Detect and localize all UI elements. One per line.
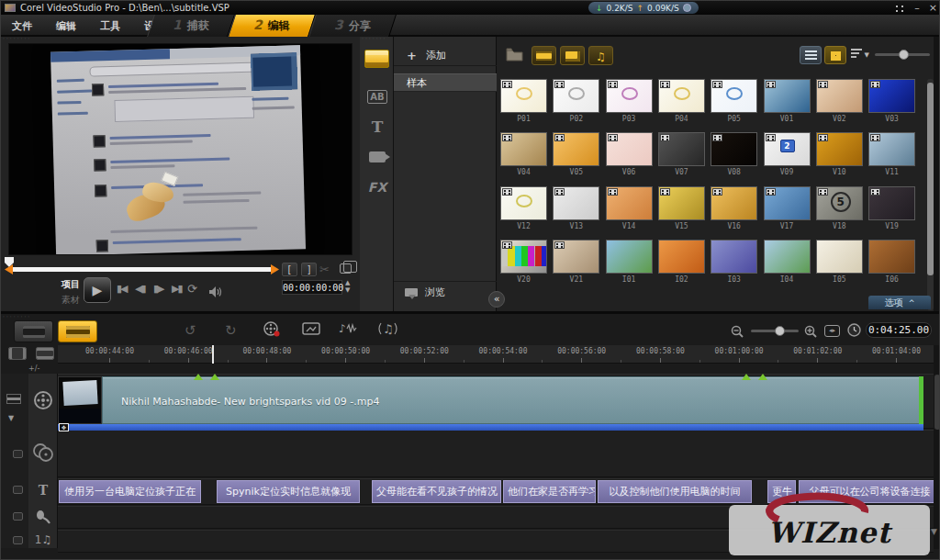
thumbnail[interactable]: 5 xyxy=(816,186,863,220)
thumbnail[interactable]: 2 xyxy=(764,132,811,166)
storyboard-view-button[interactable] xyxy=(14,320,53,342)
gallery-item-V10[interactable]: V10 xyxy=(816,132,864,176)
timeline-vscrollbar[interactable] xyxy=(934,375,940,430)
close-button[interactable]: × xyxy=(929,3,937,13)
options-button[interactable]: 选项^ xyxy=(868,296,931,309)
thumbnail[interactable] xyxy=(553,132,599,166)
menu-item-0[interactable]: 文件 xyxy=(8,17,36,35)
mark-in-button[interactable]: [ xyxy=(282,263,297,276)
network-speed-widget[interactable]: ↓ 0.2K/S ↑ 0.09K/S xyxy=(588,2,699,14)
transition-library-icon[interactable]: AB xyxy=(365,86,389,108)
play-button[interactable]: ▶ xyxy=(84,277,111,303)
gallery-item-P03[interactable]: P03 xyxy=(606,79,654,123)
video-clip-thumbnail[interactable] xyxy=(58,376,102,424)
gallery-item-V19[interactable]: V19 xyxy=(868,186,916,230)
mode-project-label[interactable]: 项目 xyxy=(49,278,80,291)
grid-view-button[interactable] xyxy=(824,46,846,64)
thumbnail[interactable] xyxy=(868,186,915,220)
clock-icon[interactable] xyxy=(847,323,861,341)
subtitle-clip-1[interactable]: 使用另一台电脑定位孩子正在 xyxy=(59,480,201,503)
gallery-item-V08[interactable]: V08 xyxy=(711,132,758,176)
sound-mixer-icon[interactable]: ♪ xyxy=(339,321,359,336)
thumbnail[interactable] xyxy=(868,79,915,113)
gallery-item-V03[interactable]: V03 xyxy=(868,79,916,123)
thumbnail[interactable] xyxy=(658,186,705,220)
thumbnail[interactable] xyxy=(500,186,547,220)
chapter-marker[interactable] xyxy=(210,374,219,380)
gallery-scrollbar-thumb[interactable] xyxy=(927,83,934,275)
thumbnail-size-slider[interactable] xyxy=(875,53,930,56)
redo-icon[interactable]: ↻ xyxy=(225,322,237,339)
gallery-item-I01[interactable]: I01 xyxy=(606,240,654,284)
record-capture-icon[interactable] xyxy=(263,321,280,337)
thumbnail[interactable] xyxy=(711,186,757,220)
thumbnail[interactable] xyxy=(764,79,811,113)
menu-item-1[interactable]: 编辑 xyxy=(52,17,80,35)
voice-track-toggle[interactable] xyxy=(13,512,23,521)
video-clip[interactable]: Nikhil Mahashabde- New brightsparks vid … xyxy=(102,376,923,424)
track-add-remove[interactable]: +/- xyxy=(28,364,39,373)
clip-end-handle[interactable] xyxy=(919,376,923,424)
music-track-toggle[interactable] xyxy=(13,536,23,544)
preview-video-screen[interactable] xyxy=(8,43,352,255)
list-view-button[interactable] xyxy=(800,46,822,64)
gallery-item-V07[interactable]: V07 xyxy=(658,132,706,176)
gallery-item-V02[interactable]: V02 xyxy=(816,79,864,123)
gallery-item-V15[interactable]: V15 xyxy=(658,186,706,230)
repeat-button[interactable]: ⟳ xyxy=(187,282,197,296)
minimize-button[interactable]: – xyxy=(914,3,920,13)
overlay-track-toggle[interactable] xyxy=(13,450,23,458)
sort-button[interactable] xyxy=(851,47,869,63)
track-list-icon[interactable] xyxy=(36,347,54,360)
thumbnail[interactable] xyxy=(816,79,863,113)
video-track-icon[interactable] xyxy=(32,390,54,414)
category-item-sample[interactable]: 样本 xyxy=(394,73,497,92)
filter-video-button[interactable] xyxy=(532,46,556,65)
gallery-item-I04[interactable]: I04 xyxy=(764,240,811,284)
home-button[interactable]: ▮◀ xyxy=(117,283,127,295)
gallery-item-I02[interactable]: I02 xyxy=(658,240,706,284)
subtitle-clip-4[interactable]: 他们在家是否再学习 xyxy=(503,480,596,503)
thumbnail[interactable] xyxy=(816,240,863,274)
fit-project-icon[interactable]: ◂▸ xyxy=(824,325,840,337)
timeline-ruler[interactable]: 00:00:44:0000:00:46:0000:00:48:0000:00:5… xyxy=(58,345,934,364)
music-track-icon[interactable]: 1♫ xyxy=(32,533,54,546)
tab-share[interactable]: 3分享 xyxy=(308,15,397,37)
mark-out-button[interactable]: ] xyxy=(301,263,317,276)
gallery-item-P02[interactable]: P02 xyxy=(553,79,600,123)
gallery-item-V17[interactable]: V17 xyxy=(764,186,811,230)
filter-audio-button[interactable]: ♫ xyxy=(588,46,613,65)
gallery-item-V14[interactable]: V14 xyxy=(606,186,654,230)
subtitle-clip-5[interactable]: 以及控制他们使用电脑的时间 xyxy=(598,480,752,503)
subtitle-clip-3[interactable]: 父母能在看不见孩子的情况 xyxy=(372,480,501,503)
trim-end-handle[interactable] xyxy=(271,264,279,274)
timeline-view-button[interactable] xyxy=(58,320,97,342)
end-button[interactable]: ▶▮ xyxy=(172,283,182,295)
thumbnail[interactable] xyxy=(606,240,653,274)
gallery-item-I05[interactable]: I05 xyxy=(816,240,864,284)
graphic-library-icon[interactable] xyxy=(365,149,389,171)
media-library-icon[interactable] xyxy=(364,50,389,68)
thumbnail[interactable] xyxy=(606,132,653,166)
filter-photo-button[interactable] xyxy=(560,46,585,65)
thumbnail[interactable] xyxy=(711,132,757,166)
tab-edit[interactable]: 2编辑 xyxy=(228,15,316,37)
thumbnail[interactable] xyxy=(553,186,599,220)
filter-library-icon[interactable]: FX xyxy=(365,180,389,202)
thumbnail[interactable] xyxy=(500,240,547,274)
gallery-item-V13[interactable]: V13 xyxy=(553,186,600,230)
overlay-track[interactable] xyxy=(58,430,934,477)
chapter-marker[interactable] xyxy=(194,374,203,380)
track-frames-icon[interactable] xyxy=(8,347,27,360)
gallery-item-I06[interactable]: I06 xyxy=(868,240,916,284)
menu-item-2[interactable]: 工具 xyxy=(96,17,124,35)
gallery-item-V06[interactable]: V06 xyxy=(606,132,654,176)
next-frame-button[interactable]: ▮▶ xyxy=(153,283,163,295)
project-duration[interactable]: 0:04:25.00 xyxy=(866,322,932,338)
gallery-item-V18[interactable]: 5V18 xyxy=(816,186,864,230)
thumbnail[interactable] xyxy=(553,79,599,113)
playback-mode-toggle[interactable]: 项目 素材 xyxy=(49,278,80,307)
subtitle-clip-2[interactable]: Spynik定位实时信息就像现 xyxy=(217,480,360,503)
gallery-item-P05[interactable]: P05 xyxy=(711,79,758,123)
timecode-spinner[interactable]: ▲▼ xyxy=(345,279,350,294)
